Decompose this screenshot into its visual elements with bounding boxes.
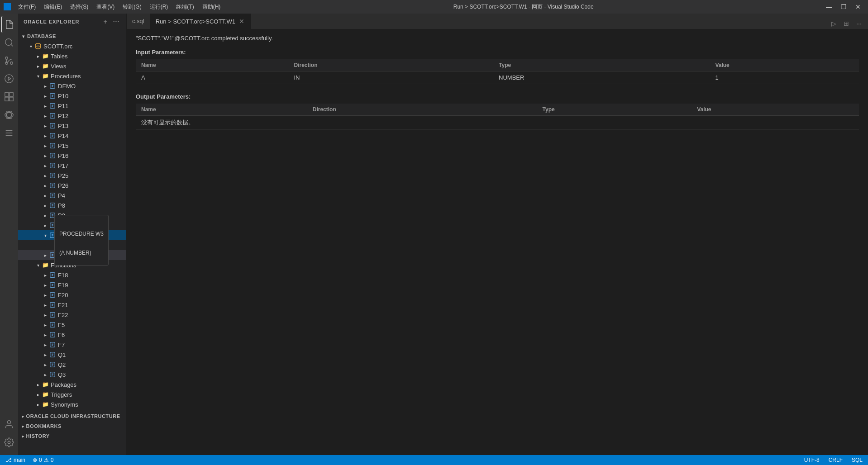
menu-terminal[interactable]: 终端(T) — [172, 2, 197, 12]
tree-item-p14[interactable]: P14 — [18, 131, 126, 141]
tables-label: Tables — [51, 53, 123, 60]
minimize-button[interactable]: — — [823, 2, 835, 11]
settings-activity-btn[interactable] — [1, 434, 17, 451]
tree-item-synonyms[interactable]: 📁 Synonyms — [18, 399, 126, 409]
input-table-header-row: Name Direction Type Value — [136, 59, 859, 71]
menu-file[interactable]: 文件(F) — [14, 2, 39, 12]
tree-item-demo[interactable]: DEMO — [18, 81, 126, 91]
procedures-label: Procedures — [51, 73, 123, 80]
func-icon — [49, 291, 56, 299]
oracle-cloud-section[interactable]: ▸ ORACLE CLOUD INFRASTRUCTURE — [18, 411, 126, 421]
search-activity-btn[interactable] — [1, 34, 17, 51]
extensions-activity-btn[interactable] — [1, 89, 17, 105]
tree-item-tables[interactable]: 📁 Tables — [18, 51, 126, 61]
p26-chevron — [42, 182, 49, 189]
tree-item-f21[interactable]: F21 — [18, 300, 126, 310]
triggers-label: Triggers — [51, 391, 123, 398]
tree-item-f6[interactable]: F6 — [18, 330, 126, 340]
menu-edit[interactable]: 编辑(E) — [40, 2, 66, 12]
tree-item-q3[interactable]: Q3 — [18, 370, 126, 380]
tree-item-q2[interactable]: Q2 — [18, 360, 126, 370]
tab-csql[interactable]: c.sql — [127, 14, 150, 29]
proc-icon — [49, 92, 56, 100]
split-editor-button[interactable]: ⊞ — [841, 18, 852, 29]
tree-item-p8[interactable]: P8 — [18, 200, 126, 210]
menu-run[interactable]: 运行(R) — [146, 2, 172, 12]
tables-chevron — [34, 52, 42, 60]
add-connection-button[interactable]: + — [101, 17, 110, 26]
tab-run-close[interactable]: ✕ — [238, 18, 245, 25]
bookmarks-section[interactable]: ▸ BOOKMARKS — [18, 421, 126, 431]
run-button[interactable]: ▷ — [828, 18, 839, 29]
account-activity-btn[interactable] — [1, 416, 17, 432]
tree-item-p12[interactable]: P12 — [18, 111, 126, 121]
tree-item-f5[interactable]: F5 — [18, 320, 126, 330]
menu-select[interactable]: 选择(S) — [67, 2, 92, 12]
tree-item-p25[interactable]: P25 — [18, 171, 126, 180]
tree-item-packages[interactable]: 📁 Packages — [18, 380, 126, 389]
restore-button[interactable]: ❐ — [837, 2, 850, 11]
errors-status-item[interactable]: ⊗ 0 ⚠ 0 — [31, 455, 55, 465]
menu-view[interactable]: 查看(V) — [93, 2, 118, 12]
q3-label: Q3 — [58, 371, 123, 378]
w2-label: W2 — [58, 232, 123, 239]
folder-icon: 📁 — [42, 391, 49, 398]
tree-item-p9[interactable]: P9 — [18, 210, 126, 220]
tree-item-q1[interactable]: Q1 — [18, 350, 126, 360]
p25-chevron — [42, 172, 49, 179]
tree-item-w1[interactable]: W1 — [18, 220, 126, 230]
history-section[interactable]: ▸ HISTORY — [18, 431, 126, 441]
git-status-item[interactable]: ⎇ main — [4, 455, 27, 465]
list-activity-btn[interactable] — [1, 125, 17, 141]
tree-item-views[interactable]: 📁 Views — [18, 61, 126, 71]
more-tab-actions-button[interactable]: ··· — [854, 18, 864, 29]
database-section-header[interactable]: DATABASE — [18, 31, 126, 41]
tree-item-p4[interactable]: P4 — [18, 190, 126, 200]
tab-actions: ▷ ⊞ ··· — [828, 18, 868, 29]
language-status[interactable]: SQL — [850, 455, 864, 465]
f5-label: F5 — [58, 322, 123, 328]
menu-goto[interactable]: 转到(G) — [119, 2, 145, 12]
more-options-button[interactable]: ··· — [112, 17, 121, 26]
tree-item-f19[interactable]: F19 — [18, 280, 126, 290]
triggers-chevron — [34, 391, 42, 398]
tree-item-p15[interactable]: P15 — [18, 141, 126, 151]
line-ending-status[interactable]: CRLF — [827, 455, 844, 465]
encoding-status[interactable]: UTF-8 — [802, 455, 821, 465]
debug-activity-btn[interactable] — [1, 71, 17, 87]
tree-item-w2-param[interactable]: A: NUMBER — [18, 240, 126, 250]
tab-run-label: Run > SCOTT.orc>SCOTT.W1 — [156, 18, 235, 25]
sidebar-title: Oracle Explorer — [24, 19, 79, 24]
tab-csql-label: c.sql — [132, 18, 144, 24]
tree-item-f22[interactable]: F22 — [18, 310, 126, 320]
tree-item-procedures[interactable]: 📁 Procedures — [18, 71, 126, 81]
p8-chevron — [42, 202, 49, 209]
tree-item-p17[interactable]: P17 — [18, 161, 126, 171]
tree-item-p16[interactable]: P16 — [18, 151, 126, 161]
menu-help[interactable]: 帮助(H) — [199, 2, 224, 12]
tree-item-f20[interactable]: F20 — [18, 290, 126, 300]
tree-item-f7[interactable]: F7 — [18, 340, 126, 350]
database-chevron — [20, 33, 27, 40]
tree-item-functions[interactable]: 📁 Functions — [18, 260, 126, 270]
tree-item-scott[interactable]: SCOTT.orc — [18, 41, 126, 51]
q2-chevron — [42, 361, 49, 368]
output-section-title: Output Parameters: — [136, 93, 859, 100]
bookmarks-label: BOOKMARKS — [26, 423, 62, 429]
database-section-label: DATABASE — [27, 33, 56, 39]
tree-item-p10[interactable]: P10 — [18, 91, 126, 101]
tree-item-f18[interactable]: F18 — [18, 270, 126, 280]
func-icon — [49, 351, 56, 358]
tab-run[interactable]: Run > SCOTT.orc>SCOTT.W1 ✕ — [150, 14, 251, 29]
source-control-activity-btn[interactable] — [1, 52, 17, 69]
f18-chevron — [42, 271, 49, 279]
tree-item-w2[interactable]: W2 — [18, 230, 126, 240]
tree-item-triggers[interactable]: 📁 Triggers — [18, 389, 126, 399]
tree-item-w3[interactable]: W3 — [18, 250, 126, 260]
tree-item-p13[interactable]: P13 — [18, 121, 126, 131]
tree-item-p26[interactable]: P26 — [18, 180, 126, 190]
tree-item-p11[interactable]: P11 — [18, 101, 126, 111]
oracle-activity-btn[interactable] — [1, 107, 17, 123]
explorer-activity-btn[interactable] — [1, 16, 17, 33]
close-button[interactable]: ✕ — [852, 2, 864, 11]
